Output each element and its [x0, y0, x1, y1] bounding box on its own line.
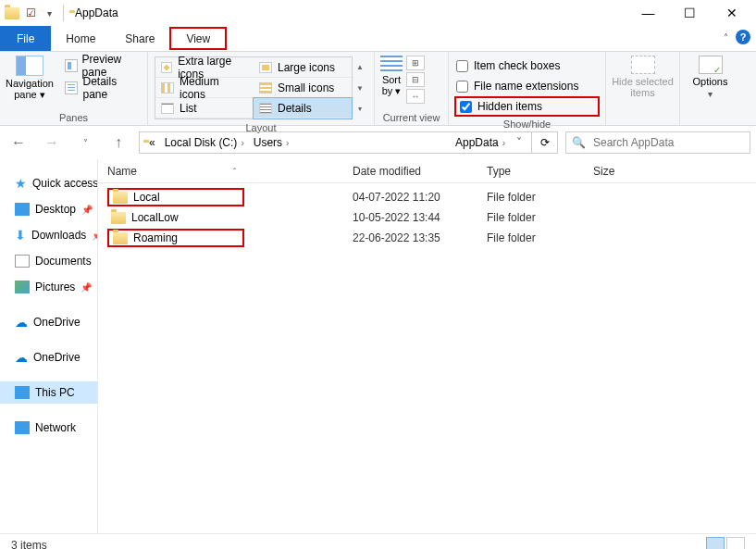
layout-scroll-up[interactable]: ▲	[353, 56, 367, 78]
sidebar-item-onedrive[interactable]: ☁OneDrive	[0, 311, 97, 333]
sidebar-item-pictures[interactable]: Pictures📌	[0, 276, 97, 298]
folder-icon	[111, 212, 126, 224]
layout-list[interactable]: List	[155, 98, 254, 119]
hide-selected-group: Hide selecteditems	[606, 52, 680, 125]
large-icons-view-button[interactable]	[726, 537, 745, 550]
sort-by-button[interactable]: Sortby ▾	[380, 56, 403, 104]
back-button[interactable]: ←	[6, 130, 31, 156]
file-row-local[interactable]: Local 04-07-2022 11:20 File folder	[98, 187, 756, 207]
navigation-pane-button[interactable]: Navigationpane ▾	[6, 56, 54, 100]
preview-pane-button[interactable]: Preview pane	[61, 56, 142, 76]
layout-de-label: Details	[278, 102, 312, 115]
star-icon: ★	[15, 176, 27, 191]
small-icons-icon	[259, 82, 272, 94]
breadcrumb-prefix[interactable]: «	[145, 132, 159, 153]
layout-details[interactable]: Details	[254, 98, 352, 119]
sidebar-item-label: Downloads	[31, 229, 86, 242]
sidebar-item-quick-access[interactable]: ★Quick access	[0, 172, 97, 194]
hidden-items-checkbox[interactable]	[460, 101, 472, 113]
address-bar[interactable]: « Local Disk (C:)› Users› AppData› ˅	[139, 131, 532, 154]
qat-dropdown[interactable]: ▾	[41, 5, 57, 21]
add-columns-button[interactable]: ⊟	[406, 72, 425, 87]
sidebar-item-label: Documents	[35, 255, 92, 268]
sort-by-icon	[380, 56, 403, 72]
group-by-button[interactable]: ⊞	[406, 56, 425, 70]
layout-group: Extra large icons Large icons Medium ico…	[148, 52, 375, 125]
preview-pane-icon	[65, 59, 78, 72]
layout-medium-icons[interactable]: Medium icons	[155, 78, 254, 98]
sidebar-item-network[interactable]: Network	[0, 417, 97, 439]
options-button[interactable]: Options ▾	[686, 56, 735, 99]
recent-locations-button[interactable]: ˅	[72, 130, 98, 156]
sidebar-item-label: Quick access	[32, 177, 98, 190]
layout-scroll-more[interactable]: ▾	[353, 98, 367, 119]
sidebar-item-label: This PC	[35, 386, 75, 399]
layout-large-icons[interactable]: Large icons	[254, 57, 352, 78]
file-date: 04-07-2022 11:20	[353, 191, 487, 204]
options-spacer	[686, 110, 735, 123]
current-view-group-label: Current view	[380, 110, 442, 123]
chevron-right-icon: ›	[502, 138, 505, 148]
breadcrumb-users[interactable]: Users›	[250, 132, 293, 153]
maximize-button[interactable]: ☐	[669, 0, 711, 26]
sidebar-item-label: Network	[35, 421, 76, 434]
hide-selected-label: Hide selecteditems	[612, 76, 674, 98]
file-tab[interactable]: File	[0, 26, 51, 51]
layout-small-icons[interactable]: Small icons	[254, 78, 352, 98]
sort-by-label: Sortby ▾	[382, 74, 402, 96]
pictures-icon	[15, 281, 30, 293]
file-name: Local	[133, 191, 160, 204]
details-view-button[interactable]	[706, 537, 725, 550]
sidebar-item-documents[interactable]: Documents📌	[0, 250, 97, 272]
file-name: LocalLow	[131, 211, 179, 224]
breadcrumb-local-disk[interactable]: Local Disk (C:)›	[161, 132, 248, 153]
size-columns-button[interactable]: ↔	[406, 89, 425, 104]
share-tab[interactable]: Share	[110, 26, 169, 51]
file-list-area: Nameˆ Date modified Type Size Local 04-0…	[98, 159, 756, 533]
sidebar-item-downloads[interactable]: ⬇Downloads📌	[0, 224, 97, 246]
qat-checkbox-icon[interactable]: ☑	[22, 5, 39, 21]
item-check-boxes-checkbox[interactable]	[456, 60, 468, 72]
up-button[interactable]: ↑	[105, 130, 131, 156]
hidden-items-label: Hidden items	[477, 100, 542, 113]
column-header-date[interactable]: Date modified	[353, 165, 487, 178]
forward-button[interactable]: →	[39, 130, 65, 156]
panes-group: Navigationpane ▾ Preview pane Details pa…	[0, 52, 148, 125]
column-header-size[interactable]: Size	[593, 165, 649, 178]
options-dropdown-icon: ▾	[708, 89, 713, 99]
sidebar-item-this-pc[interactable]: This PC	[0, 381, 97, 404]
sidebar-item-onedrive-2[interactable]: ☁OneDrive	[0, 346, 97, 368]
sidebar-item-label: OneDrive	[33, 351, 81, 364]
title-separator	[63, 5, 64, 21]
folder-icon	[4, 5, 20, 21]
breadcrumb-appdata[interactable]: AppData›	[452, 132, 509, 153]
refresh-button[interactable]: ⟳	[532, 131, 558, 154]
item-check-boxes-toggle[interactable]: Item check boxes	[454, 56, 600, 76]
file-name-extensions-checkbox[interactable]	[456, 81, 468, 93]
this-pc-icon	[15, 386, 30, 399]
view-tab[interactable]: View	[169, 27, 227, 50]
hidden-items-toggle[interactable]: Hidden items	[454, 96, 600, 117]
search-input[interactable]	[591, 135, 744, 150]
file-row-roaming[interactable]: Roaming 22-06-2022 13:35 File folder	[98, 228, 756, 248]
file-name-extensions-toggle[interactable]: File name extensions	[454, 76, 600, 96]
sidebar-item-desktop[interactable]: Desktop📌	[0, 198, 97, 220]
medium-icons-icon	[161, 82, 174, 94]
collapse-ribbon-button[interactable]: ˄	[724, 32, 728, 43]
cloud-icon: ☁	[15, 315, 28, 330]
minimize-button[interactable]: —	[627, 0, 669, 26]
column-header-name[interactable]: Nameˆ	[107, 165, 353, 178]
help-icon[interactable]: ?	[736, 30, 750, 44]
column-header-type[interactable]: Type	[487, 165, 593, 178]
hide-selected-icon	[631, 56, 655, 74]
file-row-locallow[interactable]: LocalLow 10-05-2022 13:44 File folder	[98, 207, 756, 228]
details-pane-button[interactable]: Details pane	[61, 78, 142, 98]
layout-scroll-down[interactable]: ▼	[353, 78, 367, 99]
window-title: AppData	[75, 6, 118, 19]
item-count: 3 items	[11, 539, 47, 550]
desktop-icon	[15, 203, 30, 216]
close-button[interactable]: ✕	[711, 0, 752, 26]
address-dropdown[interactable]: ˅	[511, 136, 527, 149]
search-box[interactable]: 🔍	[565, 131, 750, 154]
home-tab[interactable]: Home	[51, 26, 110, 51]
